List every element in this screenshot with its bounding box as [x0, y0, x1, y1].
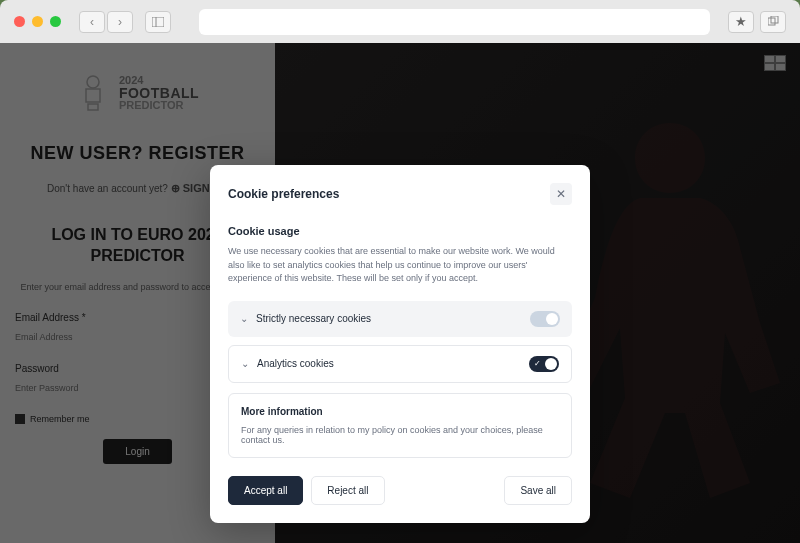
toolbar-right: ★ — [728, 11, 786, 33]
info-title: More information — [241, 406, 559, 417]
window-controls — [14, 16, 61, 27]
modal-close-button[interactable]: ✕ — [550, 183, 572, 205]
accept-all-button[interactable]: Accept all — [228, 476, 303, 505]
browser-chrome: ‹ › ★ — [0, 0, 800, 43]
check-icon: ✓ — [534, 359, 541, 368]
minimize-window-button[interactable] — [32, 16, 43, 27]
analytics-cookies-row[interactable]: ⌄ Analytics cookies ✓ — [228, 345, 572, 383]
close-window-button[interactable] — [14, 16, 25, 27]
necessary-cookies-row[interactable]: ⌄ Strictly necessary cookies — [228, 301, 572, 337]
nav-buttons: ‹ › — [79, 11, 133, 33]
usage-title: Cookie usage — [228, 225, 572, 237]
info-text: For any queries in relation to my policy… — [241, 425, 559, 445]
forward-button[interactable]: › — [107, 11, 133, 33]
reject-all-button[interactable]: Reject all — [311, 476, 384, 505]
analytics-toggle[interactable]: ✓ — [529, 356, 559, 372]
cookie-modal: Cookie preferences ✕ Cookie usage We use… — [210, 165, 590, 523]
chevron-down-icon: ⌄ — [240, 313, 248, 324]
usage-text: We use necessary cookies that are essent… — [228, 245, 572, 286]
close-icon: ✕ — [556, 187, 566, 201]
sidebar-toggle[interactable] — [145, 11, 171, 33]
back-button[interactable]: ‹ — [79, 11, 105, 33]
chevron-down-icon: ⌄ — [241, 358, 249, 369]
url-bar[interactable] — [199, 9, 710, 35]
save-all-button[interactable]: Save all — [504, 476, 572, 505]
necessary-toggle — [530, 311, 560, 327]
necessary-label: Strictly necessary cookies — [256, 313, 371, 324]
copy-button[interactable] — [760, 11, 786, 33]
modal-title: Cookie preferences — [228, 187, 339, 201]
modal-footer: Accept all Reject all Save all — [228, 476, 572, 505]
bookmark-button[interactable]: ★ — [728, 11, 754, 33]
info-box: More information For any queries in rela… — [228, 393, 572, 458]
analytics-label: Analytics cookies — [257, 358, 334, 369]
maximize-window-button[interactable] — [50, 16, 61, 27]
svg-rect-0 — [152, 17, 164, 27]
modal-header: Cookie preferences ✕ — [228, 183, 572, 205]
